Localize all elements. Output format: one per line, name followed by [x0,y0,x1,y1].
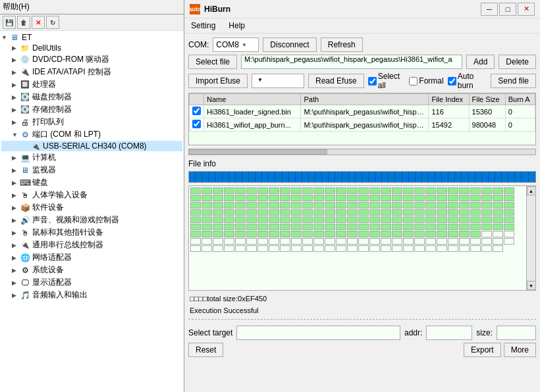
import-efuse-select[interactable] [252,74,304,88]
main-content: COM: COM8 Disconnect Refresh Select file… [184,34,540,392]
table-scrollbar[interactable] [188,149,536,155]
auto-burn-checkbox-container: Auto burn [448,72,487,90]
list-item[interactable]: ▶ 💽 存储控制器 [1,103,182,116]
close-button[interactable]: ✕ [518,3,535,16]
tree-item-label: 打印队列 [32,116,64,128]
usb-ctrl-icon: 🔌 [20,241,30,250]
list-item[interactable]: ▶ 🖨 打印队列 [1,116,182,128]
arrow-icon: ▶ [12,82,20,88]
formal-checkbox-container: Formal [409,76,443,86]
row-size: 980048 [469,118,505,132]
list-item[interactable]: ▶ 🔲 处理器 [1,78,182,91]
scrollbar-track[interactable] [527,195,536,281]
select-file-button[interactable]: Select file [188,55,237,69]
save-button[interactable]: 💾 [3,16,16,29]
import-efuse-button[interactable]: Import Efuse [188,74,248,88]
grid-scrollbar[interactable]: ▲ ▼ [526,186,535,290]
scrollbar-up-button[interactable]: ▲ [527,186,536,195]
ide-icon: 🔌 [20,68,30,77]
list-item[interactable]: ▶ 🖵 显示适配器 [1,276,182,289]
row-index: 15492 [429,118,469,132]
minimize-button[interactable]: ─ [481,3,498,16]
delete-button[interactable]: Delete [499,55,536,69]
arrow-icon: ▶ [12,45,20,51]
refresh-button[interactable]: ↻ [46,16,59,29]
auto-burn-checkbox[interactable] [448,77,456,86]
network-icon: 🌐 [20,253,30,262]
tree-item-label: 存储控制器 [32,104,72,115]
list-item[interactable]: ▶ 🖥 监视器 [1,164,182,176]
row-check[interactable] [192,107,201,115]
list-item[interactable]: ▶ 🔌 IDE ATA/ATAPI 控制器 [1,66,182,78]
red-x-button[interactable]: ✕ [32,16,45,29]
list-item[interactable]: ▶ 📦 软件设备 [1,201,182,214]
mouse-icon: 🖱 [20,228,30,237]
title-bar-left: auto HiBurn [190,4,230,14]
row-name: Hi3861_loader_signed.bin [204,105,301,118]
size-input[interactable] [497,326,536,340]
select-all-label: Select all [378,72,406,90]
scrollbar-thumb[interactable] [189,149,327,155]
left-menu[interactable]: 帮助(H) [0,0,184,14]
list-item[interactable]: ▶ 🖱 鼠标和其他指针设备 [1,226,182,239]
list-item[interactable]: ▶ 💽 磁盘控制器 [1,91,182,103]
addr-label: addr: [404,328,422,337]
reset-button[interactable]: Reset [188,343,223,357]
row-check[interactable] [192,120,201,128]
usb-icon: 🔌 [30,141,41,151]
title-controls: ─ □ ✕ [481,3,535,16]
arrow-icon: ▶ [12,119,20,126]
list-item[interactable]: ▶ 🎵 音频输入和输出 [1,289,182,301]
formal-checkbox[interactable] [409,77,418,86]
col-size: File Size [469,94,505,105]
list-item[interactable]: 🔌 USB-SERIAL CH340 (COM8) [1,141,182,151]
file-table-container: Name Path File Index File Size Burn A Hi… [188,93,536,145]
tree-item-label: IDE ATA/ATAPI 控制器 [32,66,111,78]
delete-button[interactable]: 🗑 [17,16,30,29]
addr-input[interactable] [426,326,472,340]
list-item[interactable]: ▶ 🌐 网络适配器 [1,251,182,264]
table-row: Hi3861_wifiot_app_burn... M:\put\hispark… [190,118,535,132]
list-item[interactable]: ▶ 💿 DVD/CD-ROM 驱动器 [1,53,182,66]
refresh-button[interactable]: Refresh [321,37,363,52]
bottom-area: Select target addr: size: Reset Export M… [188,323,536,357]
help-menu-item[interactable]: 帮助(H) [3,2,30,11]
tree-item-label: USB-SERIAL CH340 (COM8) [43,141,147,151]
com-select[interactable]: COM8 [213,37,259,52]
col-burn: Burn A [505,94,535,105]
list-item[interactable]: ▶ ⚙ 系统设备 [1,264,182,276]
device-manager-panel: 帮助(H) 💾 🗑 ✕ ↻ ▼ 🖥 ET ▶ 📁 DellUtils ▶ 💿 D… [0,0,184,392]
list-item[interactable]: ▶ 🖱 人体学输入设备 [1,189,182,201]
list-item[interactable]: ▶ 🔊 声音、视频和游戏控制器 [1,214,182,226]
file-row: Select file M:\put\hispark_pegasus\wifio… [188,55,536,69]
list-item[interactable]: ▶ ⌨ 键盘 [1,176,182,189]
export-button[interactable]: Export [464,343,501,357]
arrow-icon: ▶ [12,94,20,101]
list-item[interactable]: ▶ 🔌 通用串行总线控制器 [1,239,182,251]
list-item[interactable]: ▶ 💻 计算机 [1,151,182,164]
setting-menu[interactable]: Setting [187,20,219,32]
maximize-button[interactable]: □ [499,3,516,16]
arrow-icon: ▶ [12,242,20,249]
read-efuse-button[interactable]: Read Efuse [308,74,364,88]
more-button[interactable]: More [504,343,536,357]
tree-root[interactable]: ▼ 🖥 ET [1,32,182,43]
arrow-icon: ▶ [12,69,20,76]
list-item[interactable]: ▼ ⚙ 端口 (COM 和 LPT) [1,128,182,141]
port-icon: ⚙ [20,130,30,139]
target-input[interactable] [236,326,400,340]
select-all-checkbox[interactable] [368,77,377,86]
tree-item-label: 端口 (COM 和 LPT) [32,129,101,140]
tree-root-label: ET [22,33,32,42]
add-button[interactable]: Add [466,55,495,69]
tree-item-label: DellUtils [32,43,61,53]
execution-text: Execution Successful [188,305,536,316]
com-value: COM8 [216,40,239,49]
keyboard-icon: ⌨ [20,178,30,187]
scrollbar-down-button[interactable]: ▼ [527,281,536,290]
disconnect-button[interactable]: Disconnect [263,37,316,52]
send-file-button[interactable]: Send file [491,74,536,88]
list-item[interactable]: ▶ 📁 DellUtils [1,43,182,53]
disk-icon: 💽 [20,93,30,102]
help-menu[interactable]: Help [225,20,249,32]
